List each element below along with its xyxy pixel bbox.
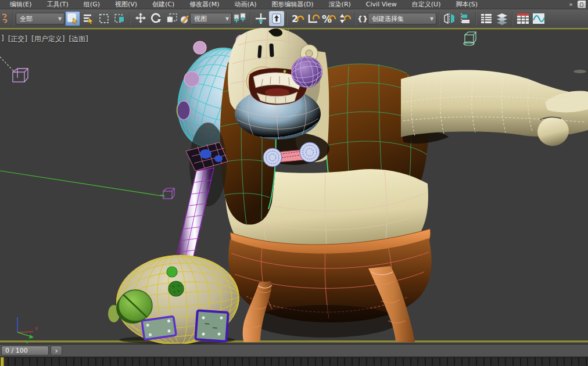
menu-create[interactable]: 创建(C) [145, 0, 182, 9]
selection-filter-value: 全部 [20, 15, 33, 23]
viewport-label-projection[interactable]: [正交] [8, 34, 27, 44]
ear-inner [306, 50, 313, 57]
viewport-label-view[interactable]: [用户定义] [31, 34, 64, 44]
green-spot-textured [168, 281, 184, 296]
spinner-snap-toggle-button[interactable] [337, 11, 352, 26]
perspective-viewport[interactable]: x y [0, 28, 588, 344]
snap-2d-icon: 2 [291, 12, 304, 26]
select-by-name-button[interactable] [81, 11, 96, 26]
chevron-down-icon: ▼ [223, 13, 231, 24]
angle-snap-toggle-button[interactable] [306, 11, 321, 26]
reference-coordinate-dropdown[interactable]: 视图 ▼ [190, 13, 232, 24]
toolbar-separator [439, 12, 440, 26]
tongue [265, 88, 289, 96]
track-bar-ticks [0, 358, 588, 365]
track-bar[interactable] [0, 357, 588, 366]
edit-named-selection-sets-button[interactable]: {} [358, 11, 367, 26]
menu-views[interactable]: 视图(V) [107, 0, 145, 9]
select-and-scale-button[interactable] [164, 11, 180, 26]
keyboard-shortcut-override-toggle[interactable] [269, 11, 284, 26]
eye-right [269, 44, 274, 57]
layer-manager-button[interactable] [479, 11, 494, 26]
cap-blue-dot [200, 149, 211, 159]
select-and-place-button[interactable] [180, 11, 189, 26]
named-selection-sets-dropdown[interactable]: 创建选择集 ▼ [368, 13, 436, 24]
menu-modifiers[interactable]: 修改器(M) [182, 0, 227, 9]
blue-patch-right [195, 310, 228, 342]
3ds-max-window: 编辑(E) 工具(T) 组(G) 视图(V) 创建(C) 修改器(M) 动画(A… [0, 0, 588, 366]
next-frame-button[interactable]: › [51, 346, 62, 356]
time-slider-handle[interactable]: 0 / 100 [1, 346, 49, 356]
toolbar-separator [130, 12, 131, 26]
menu-scripting[interactable]: 脚本(S) [448, 0, 485, 9]
selection-filter-dropdown[interactable]: 全部 ▼ [16, 13, 64, 24]
window-crossing-toggle[interactable] [112, 11, 127, 26]
rotate-icon [150, 12, 163, 25]
graphite-ribbon-button[interactable] [494, 11, 510, 26]
track-view-button[interactable] [515, 11, 530, 26]
menu-rendering[interactable]: 渲染(R) [321, 0, 358, 9]
layer-manager-icon [480, 12, 493, 25]
rectangular-selection-region-button[interactable] [96, 11, 112, 26]
reference-coordinate-value: 视图 [194, 15, 207, 23]
select-and-manipulate-button[interactable] [253, 11, 268, 26]
chevron-down-icon: ▼ [56, 13, 64, 24]
toolbar-separator [250, 12, 251, 26]
select-and-move-button[interactable] [133, 11, 148, 26]
move-icon [134, 12, 147, 25]
svg-text:%: % [322, 13, 332, 25]
menubar-corner-icon[interactable] [578, 1, 586, 8]
menu-graph-editors[interactable]: 图形编辑器(D) [264, 0, 321, 9]
menu-bar: 编辑(E) 工具(T) 组(G) 视图(V) 创建(C) 修改器(M) 动画(A… [0, 0, 588, 9]
green-spot [167, 267, 177, 277]
mirror-button[interactable] [442, 11, 457, 26]
current-frame-marker[interactable] [1, 357, 4, 366]
align-button[interactable] [458, 11, 473, 26]
named-selection-sets-value: 创建选择集 [372, 15, 404, 23]
percent-snap-toggle-button[interactable]: % [321, 11, 336, 26]
time-slider-value: 0 / 100 [5, 347, 28, 354]
curve-editor-button[interactable] [531, 11, 546, 26]
spinner-snap-icon [338, 12, 352, 26]
vertex-dot [284, 70, 286, 73]
select-and-rotate-button[interactable] [149, 11, 164, 26]
time-slider-bar: 0 / 100 › [0, 344, 588, 357]
toolbar-separator [354, 12, 356, 26]
curve-wave-icon [532, 12, 545, 25]
select-by-name-icon [83, 13, 94, 24]
viewport-label: ] [正交] [用户定义] [边面] [1, 34, 88, 44]
mirror-icon [443, 12, 456, 25]
toolbar-separator [475, 12, 476, 26]
menu-bar-right: » [568, 1, 586, 8]
braces-icon: {} [357, 15, 368, 23]
select-cursor-icon [67, 13, 78, 24]
time-slider-track[interactable] [62, 345, 587, 357]
shell-bump-dark [177, 101, 190, 120]
main-toolbar: 全部 ▼ [0, 9, 588, 28]
menu-animation[interactable]: 动画(A) [227, 0, 264, 9]
viewport-label-shading[interactable]: [边面] [69, 34, 88, 44]
chevron-down-icon: ▼ [428, 13, 436, 24]
snaps-toggle-2d-button[interactable]: 2 [290, 11, 305, 26]
menu-tools[interactable]: 工具(T) [40, 0, 76, 9]
selection-region-icon [98, 13, 110, 24]
keyboard-override-icon [271, 13, 282, 24]
select-object-button[interactable] [65, 11, 80, 26]
scale-icon [166, 12, 178, 25]
link-icon [1, 13, 9, 24]
layers-stack-icon [496, 12, 508, 25]
menu-edit[interactable]: 编辑(E) [2, 0, 40, 9]
pants-shadow [253, 305, 398, 338]
menu-overflow-chevron[interactable]: » [568, 1, 574, 8]
next-frame-arrow-icon: › [55, 347, 58, 354]
clipped-link-icon[interactable] [1, 11, 10, 26]
shell-bump [193, 41, 206, 54]
viewport-border-top [0, 28, 588, 30]
window-crossing-icon [114, 13, 126, 24]
use-pivot-center-button[interactable] [232, 11, 248, 26]
menu-civil-view[interactable]: Civil View [358, 0, 404, 9]
manipulate-icon [254, 12, 267, 25]
menu-customize[interactable]: 自定义(U) [404, 0, 449, 9]
menu-group[interactable]: 组(G) [76, 0, 107, 9]
toolbar-separator [286, 12, 288, 26]
